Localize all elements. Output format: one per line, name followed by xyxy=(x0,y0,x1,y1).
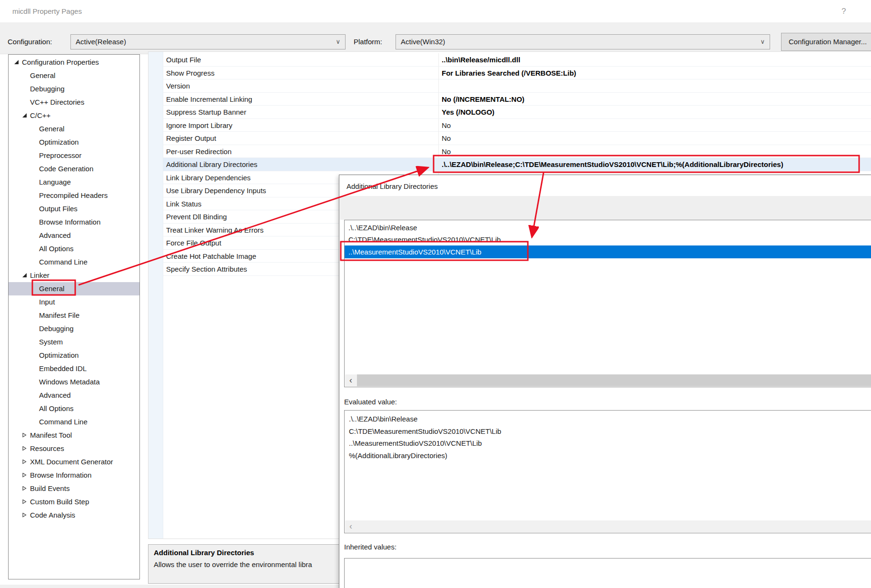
tree-item-label: Resources xyxy=(30,442,64,455)
grid-row-output-file[interactable]: Output File..\bin\Release/micdll.dll xyxy=(148,53,871,67)
directory-list-item[interactable]: .\..\EZAD\bin\Release xyxy=(345,222,871,234)
directory-list-item[interactable]: C:\TDE\MeasurementStudioVS2010\VCNET\Lib xyxy=(345,234,871,246)
grid-row-suppress-startup-banner[interactable]: Suppress Startup BannerYes (/NOLOGO) xyxy=(148,106,871,119)
tree-item-general[interactable]: General xyxy=(9,282,139,295)
tree-item-manifest-tool[interactable]: Manifest Tool xyxy=(9,429,139,442)
tree-item-command-line[interactable]: Command Line xyxy=(9,415,139,429)
scroll-left-icon[interactable]: ‹ xyxy=(345,374,356,386)
tree-item-code-generation[interactable]: Code Generation xyxy=(9,162,139,176)
tree-item-label: Configuration Properties xyxy=(22,56,99,69)
expander-open-icon[interactable] xyxy=(22,273,27,278)
property-value[interactable]: No xyxy=(438,119,871,132)
evaluated-value-box[interactable]: .\..\EZAD\bin\ReleaseC:\TDE\MeasurementS… xyxy=(344,410,871,533)
grid-row-ignore-import-library[interactable]: Ignore Import LibraryNo xyxy=(148,119,871,132)
settings-tree: Configuration PropertiesGeneralDebugging… xyxy=(8,54,140,579)
tree-item-label: Build Events xyxy=(30,482,69,495)
expander-closed-icon[interactable] xyxy=(22,473,27,478)
property-value[interactable]: .\..\EZAD\bin\Release;C:\TDE\Measurement… xyxy=(438,158,871,171)
property-name: Suppress Startup Banner xyxy=(166,106,246,118)
property-name: Version xyxy=(166,79,190,92)
tree-item-code-analysis[interactable]: Code Analysis xyxy=(9,509,139,522)
tree-item-debugging[interactable]: Debugging xyxy=(9,82,139,96)
tree-item-xml-document-generator[interactable]: XML Document Generator xyxy=(9,455,139,469)
tree-item-preprocessor[interactable]: Preprocessor xyxy=(9,149,139,162)
tree-item-all-options[interactable]: All Options xyxy=(9,242,139,255)
tree-item-precompiled-headers[interactable]: Precompiled Headers xyxy=(9,189,139,202)
tree-item-label: Debugging xyxy=(39,322,74,335)
inherited-values-box[interactable] xyxy=(344,558,871,588)
tree-item-linker[interactable]: Linker xyxy=(9,269,139,282)
configuration-manager-button[interactable]: Configuration Manager... xyxy=(781,33,871,51)
property-value[interactable] xyxy=(438,79,871,92)
tree-item-system[interactable]: System xyxy=(9,335,139,349)
property-name: Link Library Dependencies xyxy=(166,171,251,184)
expander-closed-icon[interactable] xyxy=(22,446,27,451)
property-value[interactable]: ..\bin\Release/micdll.dll xyxy=(438,53,871,66)
evaluated-horizontal-scrollbar[interactable]: ‹ xyxy=(345,520,871,532)
grid-row-per-user-redirection[interactable]: Per-user RedirectionNo xyxy=(148,145,871,158)
tree-item-input[interactable]: Input xyxy=(9,295,139,309)
property-value[interactable]: For Libraries Searched (/VERBOSE:Lib) xyxy=(438,67,871,79)
property-name: Per-user Redirection xyxy=(166,145,232,158)
tree-item-command-line[interactable]: Command Line xyxy=(9,255,139,269)
grid-row-version[interactable]: Version xyxy=(148,79,871,93)
tree-item-label: Language xyxy=(39,176,71,189)
grid-row-enable-incremental-linking[interactable]: Enable Incremental LinkingNo (/INCREMENT… xyxy=(148,93,871,106)
directories-list[interactable]: .\..\EZAD\bin\ReleaseC:\TDE\MeasurementS… xyxy=(344,220,871,387)
tree-item-c-c-[interactable]: C/C++ xyxy=(9,109,139,122)
expander-closed-icon[interactable] xyxy=(22,486,27,491)
tree-item-custom-build-step[interactable]: Custom Build Step xyxy=(9,495,139,509)
platform-dropdown-value: Active(Win32) xyxy=(401,38,445,46)
tree-item-language[interactable]: Language xyxy=(9,176,139,189)
property-name: Show Progress xyxy=(166,67,215,79)
tree-item-advanced[interactable]: Advanced xyxy=(9,229,139,242)
expander-closed-icon[interactable] xyxy=(22,513,27,518)
tree-item-manifest-file[interactable]: Manifest File xyxy=(9,309,139,322)
tree-item-resources[interactable]: Resources xyxy=(9,442,139,455)
tree-item-browse-information[interactable]: Browse Information xyxy=(9,216,139,229)
property-name: Output File xyxy=(166,53,201,66)
expander-closed-icon[interactable] xyxy=(22,460,27,464)
help-icon[interactable]: ? xyxy=(841,0,846,22)
expander-open-icon[interactable] xyxy=(22,113,27,118)
configuration-dropdown[interactable]: Active(Release) ∨ xyxy=(70,34,346,49)
property-name: Ignore Import Library xyxy=(166,119,232,132)
expander-closed-icon[interactable] xyxy=(22,500,27,504)
help-panel-title: Additional Library Directories xyxy=(154,549,254,557)
grid-row-show-progress[interactable]: Show ProgressFor Libraries Searched (/VE… xyxy=(148,67,871,80)
property-name: Prevent Dll Binding xyxy=(166,210,227,223)
list-horizontal-scrollbar[interactable]: ‹ xyxy=(345,374,871,386)
scrollbar-thumb[interactable] xyxy=(357,374,871,386)
property-value[interactable]: No xyxy=(438,132,871,145)
grid-row-additional-library-directories[interactable]: Additional Library Directories.\..\EZAD\… xyxy=(148,158,871,171)
property-name: Force File Output xyxy=(166,236,221,249)
tree-item-vc-directories[interactable]: VC++ Directories xyxy=(9,96,139,109)
tree-item-general[interactable]: General xyxy=(9,122,139,136)
tree-item-general[interactable]: General xyxy=(9,69,139,82)
expander-closed-icon[interactable] xyxy=(22,433,27,438)
tree-item-label: General xyxy=(39,122,64,136)
property-value[interactable]: Yes (/NOLOGO) xyxy=(438,106,871,118)
tree-item-browse-information[interactable]: Browse Information xyxy=(9,469,139,482)
tree-item-advanced[interactable]: Advanced xyxy=(9,389,139,402)
tree-item-all-options[interactable]: All Options xyxy=(9,402,139,415)
evaluated-value-line: .\..\EZAD\bin\Release xyxy=(349,413,871,425)
tree-item-output-files[interactable]: Output Files xyxy=(9,202,139,216)
tree-item-optimization[interactable]: Optimization xyxy=(9,136,139,149)
tree-item-windows-metadata[interactable]: Windows Metadata xyxy=(9,375,139,389)
platform-dropdown[interactable]: Active(Win32) ∨ xyxy=(396,34,770,49)
directory-list-item[interactable]: ..\MeasurementStudioVS2010\VCNET\Lib xyxy=(345,245,871,258)
tree-item-optimization[interactable]: Optimization xyxy=(9,349,139,362)
scroll-left-icon[interactable]: ‹ xyxy=(345,520,356,532)
property-name: Additional Library Directories xyxy=(166,158,257,171)
tree-item-label: Windows Metadata xyxy=(39,375,100,389)
property-value[interactable]: No xyxy=(438,145,871,158)
tree-item-configuration-properties[interactable]: Configuration Properties xyxy=(9,56,139,69)
tree-item-embedded-idl[interactable]: Embedded IDL xyxy=(9,362,139,375)
tree-item-label: Manifest Tool xyxy=(30,429,72,442)
expander-open-icon[interactable] xyxy=(14,60,19,65)
tree-item-build-events[interactable]: Build Events xyxy=(9,482,139,495)
tree-item-debugging[interactable]: Debugging xyxy=(9,322,139,335)
grid-row-register-output[interactable]: Register OutputNo xyxy=(148,132,871,145)
property-value[interactable]: No (/INCREMENTAL:NO) xyxy=(438,93,871,106)
